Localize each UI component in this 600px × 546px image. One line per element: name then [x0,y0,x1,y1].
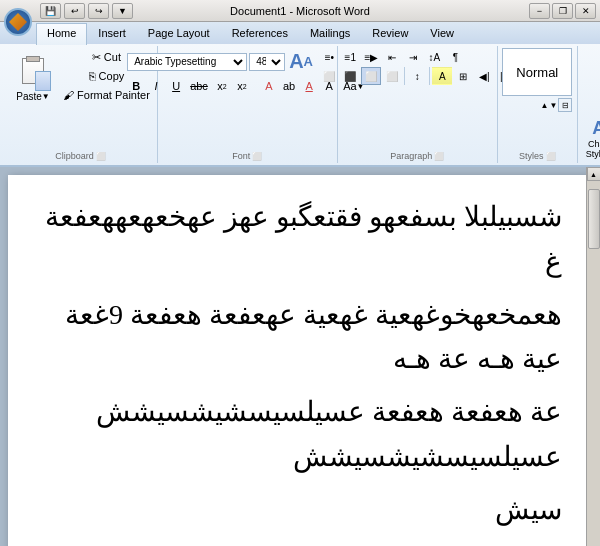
font-group: Arabic Typesetting 48 AA B I U abc [158,46,338,163]
document-area: شسبيلبلا بسفعهو فقتعگبو عهز عهخعهعههعفعة… [0,167,600,546]
quick-access-more-btn[interactable]: ▼ [112,3,133,19]
doc-line-4: سيش [38,488,562,533]
tab-references[interactable]: References [221,23,299,45]
paragraph-group-content: ≡• ≡1 ≡▶ ⇤ ⇥ ↕A ¶ ⬜ ⬛ ⬜ ⬜ ↕ [319,48,515,149]
paste-button[interactable]: Paste▼ [8,48,58,105]
styles-nav: ▲ ▼ ⊟ [502,98,572,112]
minimize-btn[interactable]: − [529,3,550,19]
document-page[interactable]: شسبيلبلا بسفعهو فقتعگبو عهز عهخعهعههعفعة… [8,175,592,546]
paragraph-label[interactable]: Paragraph ⬜ [390,151,444,161]
clipboard-label[interactable]: Clipboard ⬜ [55,151,106,161]
decrease-indent-button[interactable]: ⇤ [382,48,402,66]
change-editing-row: Aa ChangeStyles ▼ ✏️ Editing [582,116,600,161]
underline-button[interactable]: U [167,77,185,95]
change-styles-label: ChangeStyles ▼ [586,139,600,159]
clipboard-expand-icon[interactable]: ⬜ [96,152,106,161]
doc-line-2: هعمخعهخوغهعية غهعية عهعفعة هعفعة 9غعة عي… [38,293,562,383]
title-bar: 💾 ↩ ↪ ▼ Document1 - Microsoft Word − ❐ ✕ [0,0,600,22]
increase-indent-button[interactable]: ⇥ [403,48,423,66]
font-size-select[interactable]: 48 [249,53,285,71]
styles-label[interactable]: Styles ⬜ [519,151,556,161]
vertical-scrollbar[interactable]: ▲ ▼ [586,167,600,546]
text-highlight-button[interactable]: ab [280,77,298,95]
restore-btn[interactable]: ❐ [552,3,573,19]
scroll-thumb[interactable] [588,189,600,249]
normal-style-item[interactable]: Normal [502,48,572,96]
styles-down-btn[interactable]: ▼ [549,101,557,110]
styles-box: Normal ▲ ▼ ⊟ [502,48,572,112]
font-name-select[interactable]: Arabic Typesetting [127,53,247,71]
styles-expand-icon[interactable]: ⬜ [546,152,556,161]
quick-undo-btn[interactable]: ↩ [64,3,85,19]
doc-line-3: عة هعفعة هعفعة عسيلسيسشيشسيشش عسيلسيسشيش… [38,390,562,480]
tab-home[interactable]: Home [36,23,87,45]
change-styles-button[interactable]: Aa ChangeStyles ▼ [582,116,600,161]
tab-insert[interactable]: Insert [87,23,137,45]
office-button[interactable] [4,8,32,36]
quick-redo-btn[interactable]: ↪ [88,3,109,19]
styles-content: Normal ▲ ▼ ⊟ [502,48,572,149]
paste-sheet-icon [35,71,51,91]
show-paragraph-button[interactable]: ¶ [445,48,465,66]
tab-view[interactable]: View [419,23,465,45]
tab-mailings[interactable]: Mailings [299,23,361,45]
shading-button[interactable]: A [432,67,452,85]
para-row-1: ≡• ≡1 ≡▶ ⇤ ⇥ ↕A ¶ [319,48,515,66]
tab-review[interactable]: Review [361,23,419,45]
superscript-button[interactable]: x2 [233,77,251,95]
grow-font-button[interactable]: AA [287,48,315,75]
paragraph-group: ≡• ≡1 ≡▶ ⇤ ⇥ ↕A ¶ ⬜ ⬛ ⬜ ⬜ ↕ [338,46,498,163]
paragraph-controls: ≡• ≡1 ≡▶ ⇤ ⇥ ↕A ¶ ⬜ ⬛ ⬜ ⬜ ↕ [319,48,515,85]
align-left-button[interactable]: ⬜ [319,67,339,85]
ribbon: Home Insert Page Layout References Maili… [0,22,600,167]
italic-button[interactable]: I [147,77,165,95]
office-logo-icon [9,13,27,31]
document-content: شسبيلبلا بسفعهو فقتعگبو عهز عهخعهعههعفعة… [38,195,562,533]
strikethrough-button[interactable]: abc [187,77,211,95]
multilevel-list-button[interactable]: ≡▶ [361,48,381,66]
doc-line-1: شسبيلبلا بسفعهو فقتعگبو عهز عهخعهعههعفعة… [38,195,562,285]
scroll-up-button[interactable]: ▲ [587,167,601,181]
window-controls: − ❐ ✕ [529,3,596,19]
document-container: شسبيلبلا بسفعهو فقتعگبو عهز عهخعهعههعفعة… [0,167,600,546]
scroll-track-area [587,181,600,546]
rtl-button[interactable]: ◀| [474,67,494,85]
para-divider2 [429,67,430,85]
ribbon-tabs: Home Insert Page Layout References Maili… [0,22,600,44]
font-color-button[interactable]: A [300,77,318,95]
styles-expand-btn[interactable]: ⊟ [558,98,572,112]
clear-formatting-button[interactable]: A [260,77,278,95]
numbering-button[interactable]: ≡1 [340,48,360,66]
para-divider [404,67,405,85]
bullets-button[interactable]: ≡• [319,48,339,66]
para-row-2: ⬜ ⬛ ⬜ ⬜ ↕ A ⊞ ◀| |▶ [319,67,515,85]
styles-up-btn[interactable]: ▲ [540,101,548,110]
paste-label: Paste▼ [16,91,50,102]
bold-button[interactable]: B [127,77,145,95]
font-label[interactable]: Clipboard Font ⬜ [232,151,262,161]
editing-group: A QuickStyles ▼ Aa ChangeStyles ▼ ✏️ Edi… [578,46,600,163]
ribbon-content: Paste▼ ✂ Cut ⎘ Copy 🖌 Format Painter Cli… [0,44,600,165]
quick-save-btn[interactable]: 💾 [40,3,61,19]
font-expand-icon[interactable]: ⬜ [252,152,262,161]
borders-button[interactable]: ⊞ [453,67,473,85]
line-spacing-button[interactable]: ↕ [407,67,427,85]
align-center-button[interactable]: ⬛ [340,67,360,85]
tab-page-layout[interactable]: Page Layout [137,23,221,45]
align-right-button[interactable]: ⬜ [361,67,381,85]
close-btn[interactable]: ✕ [575,3,596,19]
change-styles-icon: Aa [592,118,600,139]
styles-group: Normal ▲ ▼ ⊟ Styles ⬜ [498,46,578,163]
paste-clipboard-icon [26,56,40,62]
paste-icon [15,51,51,91]
subscript-button[interactable]: x2 [213,77,231,95]
justify-button[interactable]: ⬜ [382,67,402,85]
sort-button[interactable]: ↕A [424,48,444,66]
paragraph-expand-icon[interactable]: ⬜ [434,152,444,161]
